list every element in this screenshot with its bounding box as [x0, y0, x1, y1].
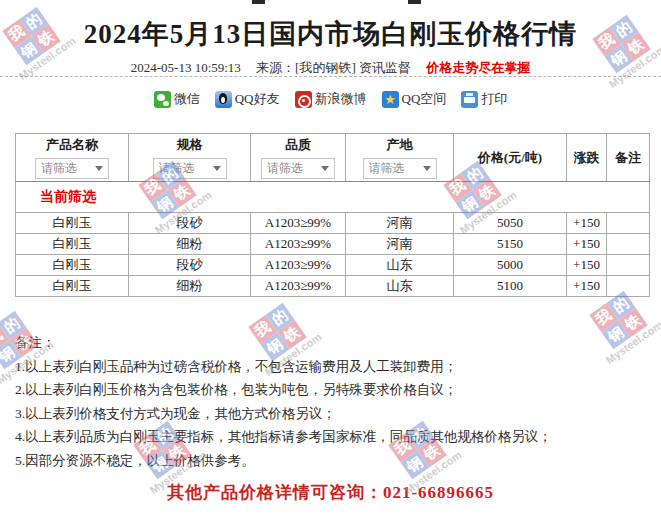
source-label: 来源：[我的钢铁] 资讯监督 — [256, 60, 411, 75]
print-icon — [461, 91, 478, 108]
notes-section: 备注： 1.以上表列白刚玉品种为过磅含税价格，不包含运输费用及人工装卸费用； 2… — [15, 331, 645, 472]
cell-remark — [607, 213, 650, 234]
share-weibo-button[interactable]: 新浪微博 — [295, 90, 367, 108]
cell-remark — [607, 255, 650, 276]
cell-product: 白刚玉 — [16, 234, 129, 255]
cropped-text-fragment — [252, 0, 265, 4]
publish-datetime: 2024-05-13 10:59:13 — [131, 60, 241, 75]
cell-product: 白刚玉 — [16, 255, 129, 276]
dashed-divider — [0, 76, 661, 77]
share-wechat-label: 微信 — [174, 90, 200, 108]
wechat-icon — [154, 91, 171, 108]
cropped-text-fragment — [408, 0, 421, 4]
current-filter-row: 当前筛选 — [16, 182, 650, 213]
qq-icon — [215, 91, 232, 108]
chevron-down-icon — [213, 166, 221, 171]
note-item: 5.因部分资源不稳定，以上价格供参考。 — [15, 449, 645, 473]
cell-origin: 河南 — [346, 234, 454, 255]
column-label-product: 产品名称 — [46, 136, 98, 154]
table-row: 白刚玉 细粉 A1203≥99% 河南 5150 +150 — [16, 234, 650, 255]
share-qzone-label: QQ空间 — [402, 90, 447, 108]
cell-change: +150 — [567, 234, 607, 255]
filter-select-product[interactable]: 请筛选 — [35, 158, 109, 179]
cell-remark — [607, 276, 650, 297]
cell-price: 5100 — [454, 276, 567, 297]
filter-select-quality[interactable]: 请筛选 — [261, 158, 335, 179]
column-label-quality: 品质 — [285, 136, 311, 154]
column-header-change: 涨跌 — [567, 134, 607, 182]
column-header-origin: 产地 请筛选 — [346, 134, 454, 182]
filter-select-spec[interactable]: 请筛选 — [153, 158, 227, 179]
filter-placeholder: 请筛选 — [369, 160, 405, 177]
cell-spec: 细粉 — [129, 276, 251, 297]
column-header-remark: 备注 — [607, 134, 650, 182]
cell-product: 白刚玉 — [16, 213, 129, 234]
cell-quality: A1203≥99% — [251, 255, 346, 276]
column-header-product: 产品名称 请筛选 — [16, 134, 129, 182]
column-header-quality: 品质 请筛选 — [251, 134, 346, 182]
note-item: 4.以上表列品质为白刚玉主要指标，其他指标请参考国家标准，同品质其他规格价格另议… — [15, 425, 645, 449]
price-table: 产品名称 请筛选 规格 请筛选 品质 请筛选 — [15, 133, 650, 297]
cell-price: 5000 — [454, 255, 567, 276]
filter-select-origin[interactable]: 请筛选 — [363, 158, 437, 179]
note-item: 1.以上表列白刚玉品种为过磅含税价格，不包含运输费用及人工装卸费用； — [15, 355, 645, 379]
share-qq-button[interactable]: QQ好友 — [215, 90, 280, 108]
filter-placeholder: 请筛选 — [41, 160, 77, 177]
table-row: 白刚玉 细粉 A1203≥99% 山东 5100 +150 — [16, 276, 650, 297]
page-title: 2024年5月13日国内市场白刚玉价格行情 — [0, 16, 661, 52]
cell-change: +150 — [567, 255, 607, 276]
print-button[interactable]: 打印 — [461, 90, 507, 108]
note-item: 3.以上表列价格支付方式为现金，其他方式价格另议； — [15, 402, 645, 426]
chevron-down-icon — [95, 166, 103, 171]
cell-product: 白刚玉 — [16, 276, 129, 297]
cell-origin: 河南 — [346, 213, 454, 234]
table-row: 白刚玉 段砂 A1203≥99% 河南 5050 +150 — [16, 213, 650, 234]
cell-origin: 山东 — [346, 276, 454, 297]
column-label-origin: 产地 — [387, 136, 413, 154]
cell-change: +150 — [567, 213, 607, 234]
cell-quality: A1203≥99% — [251, 234, 346, 255]
share-weibo-label: 新浪微博 — [315, 90, 367, 108]
cell-spec: 段砂 — [129, 255, 251, 276]
cell-remark — [607, 234, 650, 255]
article-meta: 2024-05-13 10:59:13 来源：[我的钢铁] 资讯监督 价格走势尽… — [0, 59, 661, 77]
note-item: 2.以上表列白刚玉价格为含包装价格，包装为吨包，另特殊要求价格自议； — [15, 378, 645, 402]
cell-quality: A1203≥99% — [251, 276, 346, 297]
cell-price: 5150 — [454, 234, 567, 255]
table-header-row: 产品名称 请筛选 规格 请筛选 品质 请筛选 — [16, 134, 650, 182]
chevron-down-icon — [321, 166, 329, 171]
cell-spec: 段砂 — [129, 213, 251, 234]
slogan-text: 价格走势尽在掌握 — [426, 60, 530, 75]
cell-price: 5050 — [454, 213, 567, 234]
column-header-spec: 规格 请筛选 — [129, 134, 251, 182]
share-bar: 微信 QQ好友 新浪微博 ★ QQ空间 打印 — [0, 90, 661, 108]
chevron-down-icon — [423, 166, 431, 171]
column-label-spec: 规格 — [177, 136, 203, 154]
contact-line: 其他产品价格详情可咨询：021-66896665 — [0, 481, 661, 504]
share-qq-label: QQ好友 — [235, 90, 280, 108]
cell-spec: 细粉 — [129, 234, 251, 255]
qzone-star-icon: ★ — [382, 91, 399, 108]
filter-placeholder: 请筛选 — [159, 160, 195, 177]
weibo-icon — [295, 91, 312, 108]
cell-change: +150 — [567, 276, 607, 297]
print-label: 打印 — [481, 90, 507, 108]
filter-placeholder: 请筛选 — [267, 160, 303, 177]
current-filter-label: 当前筛选 — [40, 189, 96, 204]
table-row: 白刚玉 段砂 A1203≥99% 山东 5000 +150 — [16, 255, 650, 276]
cell-origin: 山东 — [346, 255, 454, 276]
cell-quality: A1203≥99% — [251, 213, 346, 234]
notes-title: 备注： — [15, 331, 645, 355]
share-wechat-button[interactable]: 微信 — [154, 90, 200, 108]
share-qzone-button[interactable]: ★ QQ空间 — [382, 90, 447, 108]
column-header-price: 价格(元/吨) — [454, 134, 567, 182]
